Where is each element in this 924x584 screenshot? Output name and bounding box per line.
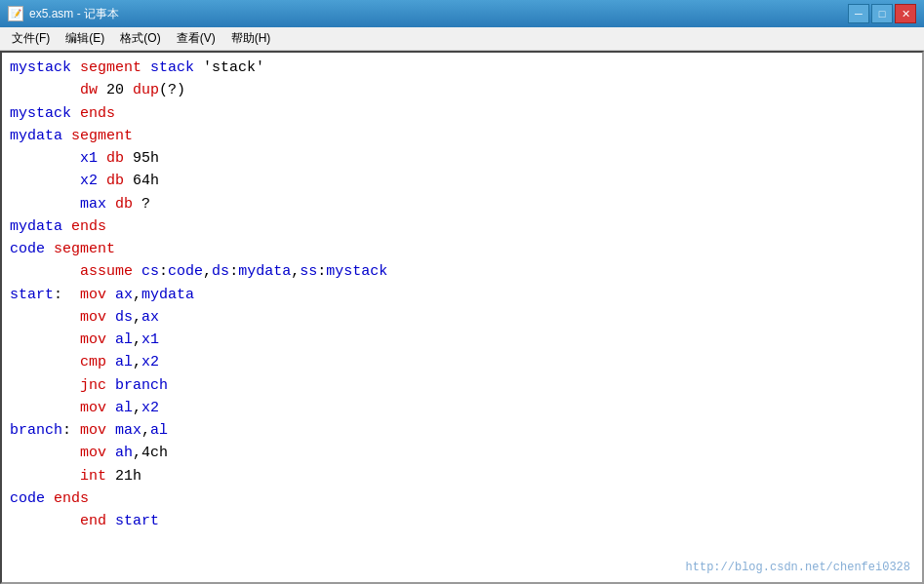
window-title: ex5.asm - 记事本 bbox=[29, 6, 119, 22]
editor-scroll: mystack segment stack 'stack' dw 20 dup(… bbox=[2, 53, 922, 582]
title-bar-left: 📝 ex5.asm - 记事本 bbox=[8, 6, 119, 22]
menu-bar: 文件(F) 编辑(E) 格式(O) 查看(V) 帮助(H) bbox=[0, 27, 924, 51]
menu-view[interactable]: 查看(V) bbox=[169, 28, 223, 49]
close-button[interactable]: ✕ bbox=[895, 4, 916, 23]
menu-help[interactable]: 帮助(H) bbox=[223, 28, 279, 49]
title-buttons[interactable]: ─ □ ✕ bbox=[848, 4, 916, 23]
minimize-button[interactable]: ─ bbox=[848, 4, 869, 23]
editor-container[interactable]: mystack segment stack 'stack' dw 20 dup(… bbox=[0, 51, 924, 584]
code-content[interactable]: mystack segment stack 'stack' dw 20 dup(… bbox=[10, 57, 914, 532]
menu-format[interactable]: 格式(O) bbox=[112, 28, 168, 49]
watermark: http://blog.csdn.net/chenfei0328 bbox=[686, 561, 910, 574]
title-bar: 📝 ex5.asm - 记事本 ─ □ ✕ bbox=[0, 0, 924, 27]
menu-file[interactable]: 文件(F) bbox=[4, 28, 58, 49]
menu-edit[interactable]: 编辑(E) bbox=[58, 28, 112, 49]
maximize-button[interactable]: □ bbox=[871, 4, 893, 23]
app-icon: 📝 bbox=[8, 6, 23, 21]
